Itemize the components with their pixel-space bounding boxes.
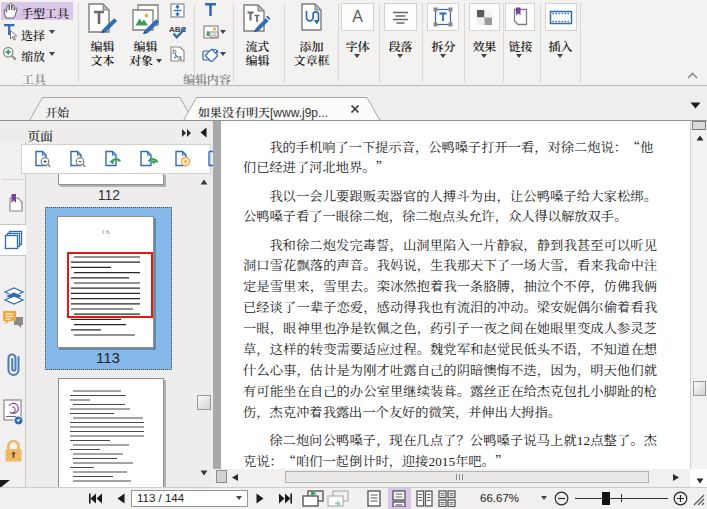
svg-text:a: a [178,53,182,60]
svg-text:b: b [173,48,177,55]
